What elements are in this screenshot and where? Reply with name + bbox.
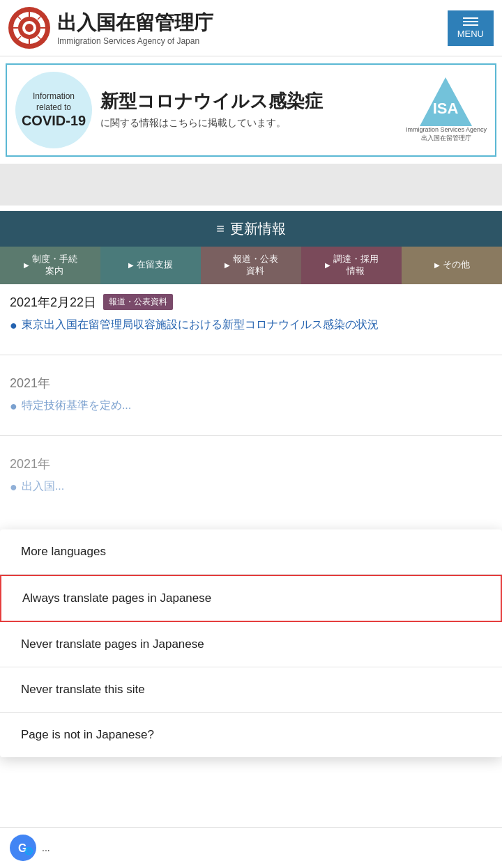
header-logo: 出入国在留管理庁 Immigration Services Agency of … [8,7,213,49]
menu-line-2 [463,21,478,22]
menu-label: MENU [457,29,484,39]
svg-text:🌐: 🌐 [24,846,33,855]
translate-dropdown: More languages Always translate pages in… [0,529,502,757]
covid-info-line1: Information [33,91,75,101]
logo-emblem [8,7,50,49]
hamburger-icon [463,17,478,26]
news-link-text-2: 特定技術基準を定め... [22,397,131,414]
tab-arrow-4: ▶ [325,261,330,270]
news-link-1[interactable]: ● 東京出入国在留管理局収容施設における新型コロナウイルス感染の状況 [10,316,492,335]
tab-label-3: 報道・公表資料 [233,254,278,277]
news-link-2[interactable]: ● 特定技術基準を定め... [10,397,492,416]
menu-line-3 [463,24,478,26]
logo-jp-text: 出入国在留管理庁 [57,10,213,36]
tab-seido[interactable]: ▶ 制度・手続案内 [0,247,100,284]
dropdown-item-never-site[interactable]: Never translate this site [0,667,502,713]
news-divider-2 [0,435,502,436]
menu-button[interactable]: MENU [448,10,494,46]
tab-arrow-5: ▶ [434,261,440,270]
tab-label-1: 制度・手続案内 [32,254,77,277]
news-item-2-container: 2021年 ● 特定技術基準を定め... [0,365,502,426]
tab-zairyu[interactable]: ▶ 在留支援 [100,247,201,284]
gray-spacer [0,164,502,206]
translate-bar-text: ... [42,842,50,853]
tab-arrow-3: ▶ [225,261,230,270]
isa-sub1: Immigration Services Agency [406,126,487,134]
news-link-3[interactable]: ● 出入国... [10,478,492,497]
news-date-3: 2021年 [10,456,50,472]
news-link-text-3: 出入国... [22,478,64,495]
news-bullet-2: ● [10,397,17,416]
covid-circle: Information related to COVID-19 [15,72,92,148]
tab-label-5: その他 [443,259,470,271]
tab-hodo[interactable]: ▶ 報道・公表資料 [201,247,301,284]
covid-banner[interactable]: Information related to COVID-19 新型コロナウイル… [6,63,496,157]
news-divider-1 [0,355,502,355]
dropdown-item-always-translate[interactable]: Always translate pages in Japanese [0,575,502,622]
covid-info-line2: related to [36,102,71,112]
dropdown-label-never: Never translate pages in Japanese [21,637,204,651]
logo-text: 出入国在留管理庁 Immigration Services Agency of … [57,10,213,46]
isa-sub2: 出入国在留管理庁 [406,134,487,143]
tab-label-2: 在留支援 [137,259,173,271]
news-category-1: 報道・公表資料 [103,294,173,310]
dropdown-item-never-translate[interactable]: Never translate pages in Japanese [0,622,502,667]
isa-triangle-svg: ISA [420,77,472,126]
news-date-2: 2021年 [10,375,50,392]
dropdown-label-more: More languages [21,545,106,558]
tab-arrow-1: ▶ [24,261,29,270]
site-header: 出入国在留管理庁 Immigration Services Agency of … [0,0,502,56]
svg-point-3 [25,24,33,32]
covid-19-label: COVID-19 [22,113,86,129]
dropdown-item-more-languages[interactable]: More languages [0,529,502,575]
update-header-title: 更新情報 [230,219,286,238]
dropdown-item-not-japanese[interactable]: Page is not in Japanese? [0,713,502,757]
covid-title: 新型コロナウイルス感染症 [100,91,397,112]
google-g-svg: G 🌐 [13,838,33,858]
update-section: ≡ 更新情報 ▶ 制度・手続案内 ▶ 在留支援 ▶ 報道・公表資料 ▶ 調達・採… [0,211,502,284]
update-header: ≡ 更新情報 [0,211,502,247]
news-link-text-1: 東京出入国在留管理局収容施設における新型コロナウイルス感染の状況 [22,316,379,333]
news-item-3-container: 2021年 ● 出入国... [0,446,502,506]
news-date-row-1: 2021年2月22日 報道・公表資料 [10,294,492,311]
news-date-row-3: 2021年 [10,456,492,472]
page-wrapper: 出入国在留管理庁 Immigration Services Agency of … [0,0,502,868]
news-bullet-3: ● [10,478,17,497]
tab-chotatsu[interactable]: ▶ 調達・採用情報 [301,247,402,284]
isa-logo: ISA Immigration Services Agency 出入国在留管理庁 [406,77,487,142]
menu-line-1 [463,17,478,19]
svg-text:ISA: ISA [433,100,459,117]
covid-subtitle: に関する情報はこちらに掲載しています。 [100,117,397,130]
news-section: 2021年2月22日 報道・公表資料 ● 東京出入国在留管理局収容施設における新… [0,284,502,513]
dropdown-label-always: Always translate pages in Japanese [22,591,211,605]
news-bullet-1: ● [10,316,17,335]
translate-bar: G 🌐 ... [0,827,502,868]
update-header-icon: ≡ [216,221,225,237]
tab-label-4: 調達・採用情報 [333,254,379,277]
covid-main-text: 新型コロナウイルス感染症 に関する情報はこちらに掲載しています。 [100,91,397,129]
google-translate-icon[interactable]: G 🌐 [10,835,36,861]
news-date-row-2: 2021年 [10,375,492,392]
update-tabs: ▶ 制度・手続案内 ▶ 在留支援 ▶ 報道・公表資料 ▶ 調達・採用情報 ▶ そ… [0,247,502,284]
dropdown-label-not-japanese: Page is not in Japanese? [21,728,154,741]
logo-en-text: Immigration Services Agency of Japan [57,36,213,46]
dropdown-label-never-site: Never translate this site [21,683,145,696]
news-date-1: 2021年2月22日 [10,294,96,311]
tab-sonota[interactable]: ▶ その他 [402,247,502,284]
tab-arrow-2: ▶ [128,261,134,270]
news-item-1-container: 2021年2月22日 報道・公表資料 ● 東京出入国在留管理局収容施設における新… [0,284,502,345]
